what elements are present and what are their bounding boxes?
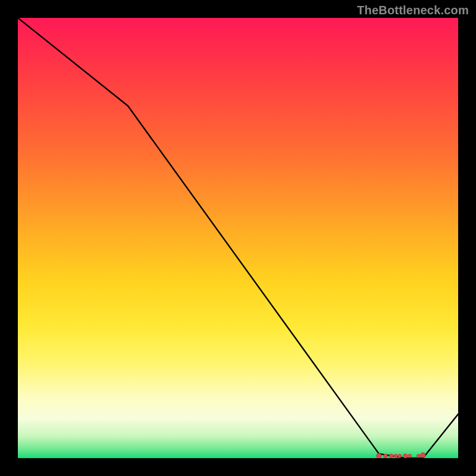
optimal-marker	[389, 454, 393, 458]
chart-container: TheBottleneck.com	[0, 0, 476, 476]
optimal-marker	[408, 454, 412, 458]
plot-area	[18, 18, 458, 458]
optimal-marker	[394, 454, 397, 458]
optimal-marker	[384, 454, 388, 458]
chart-svg	[18, 18, 458, 458]
attribution-text: TheBottleneck.com	[357, 4, 469, 17]
bottleneck-line	[18, 18, 458, 458]
optimal-marker	[398, 454, 402, 458]
optimal-markers	[377, 453, 425, 458]
optimal-marker	[416, 454, 420, 458]
bottleneck-curve	[18, 18, 458, 458]
optimal-marker	[403, 454, 408, 458]
optimal-marker	[377, 453, 381, 458]
optimal-marker	[421, 453, 425, 458]
